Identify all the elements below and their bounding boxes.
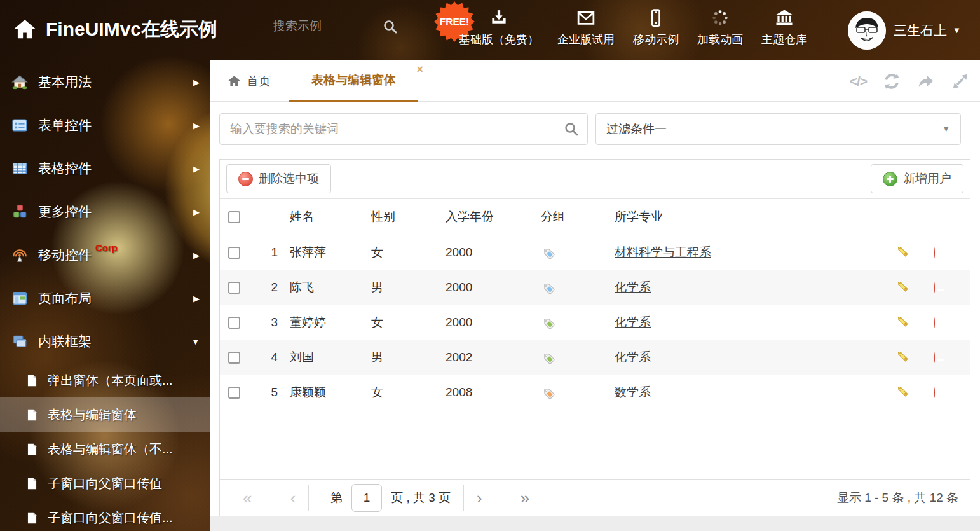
delete-row-button[interactable]	[934, 248, 935, 258]
pagination-divider	[308, 485, 309, 511]
edit-row-button[interactable]	[895, 279, 910, 296]
sidebar-item-label: 内联框架	[38, 333, 92, 350]
code-icon[interactable]: </>	[850, 74, 867, 89]
row-checkbox[interactable]	[228, 317, 240, 329]
forward-icon[interactable]	[916, 72, 936, 91]
sidebar-item-page-layout[interactable]: 页面布局 ▶	[0, 277, 210, 320]
filter-condition-dropdown[interactable]: 过滤条件一 ▼	[595, 113, 961, 145]
brand-home-icon[interactable]	[13, 17, 37, 41]
table-row: 4 刘国 男 2002 化学系	[220, 340, 970, 375]
select-all-checkbox[interactable]	[228, 211, 240, 223]
sidebar-subitem-child-to-parent[interactable]: 子窗口向父窗口传值	[0, 466, 210, 500]
sidebar-menu: 基本用法 ▶ 表单控件 ▶ 表格控件 ▶ 更多控件 ▶ 移动控件 Corp ▶ …	[0, 60, 210, 531]
sidebar-item-inline-frame[interactable]: 内联框架 ▼	[0, 320, 210, 363]
form-icon	[11, 117, 28, 134]
col-gender: 性别	[369, 209, 442, 225]
page-prefix-label: 第	[330, 490, 343, 506]
edit-row-button[interactable]	[895, 384, 910, 401]
row-checkbox[interactable]	[228, 282, 240, 294]
row-checkbox[interactable]	[228, 247, 240, 259]
sidebar-subitem-grid-edit-window-2[interactable]: 表格与编辑窗体（不...	[0, 432, 210, 466]
user-menu[interactable]: 三生石上 ▼	[848, 0, 961, 60]
keyword-search-input[interactable]	[230, 114, 554, 144]
tab-close-icon[interactable]: ×	[416, 64, 423, 75]
main-content: 首页 表格与编辑窗体 × </> 过滤条件一 ▼ 删除选中项	[210, 60, 980, 531]
delete-row-button[interactable]	[934, 353, 935, 362]
minus-circle-icon	[934, 317, 935, 328]
sidebar-item-form-controls[interactable]: 表单控件 ▶	[0, 104, 210, 147]
refresh-icon[interactable]	[882, 72, 901, 91]
sidebar-item-basic-usage[interactable]: 基本用法 ▶	[0, 60, 210, 104]
nav-mobile-demo[interactable]: 移动示例	[633, 8, 679, 47]
next-page-button[interactable]: ›	[477, 490, 482, 506]
sidebar-item-label: 表单控件	[38, 116, 92, 134]
user-avatar	[848, 11, 886, 50]
prev-page-button[interactable]: ‹	[290, 490, 296, 506]
header-nav: 基础版（免费） 企业版试用 移动示例 加载动画 主题仓库	[459, 8, 807, 47]
cell-gender: 女	[369, 384, 442, 401]
nav-label: 企业版试用	[557, 32, 615, 47]
header-search-input[interactable]	[273, 19, 369, 33]
sidebar-subitem-child-to-parent-2[interactable]: 子窗口向父窗口传值...	[0, 500, 210, 531]
row-index: 2	[248, 280, 287, 294]
nav-label: 加载动画	[697, 32, 743, 47]
cell-gender: 女	[369, 244, 442, 261]
nav-loading-animation[interactable]: 加载动画	[697, 8, 743, 47]
house-icon	[11, 74, 28, 90]
cell-year: 2000	[442, 315, 538, 329]
add-user-button[interactable]: 新增用户	[871, 164, 963, 193]
sidebar-subitem-label: 表格与编辑窗体	[48, 406, 137, 424]
mobile-signal-icon	[11, 247, 28, 263]
nav-theme-store[interactable]: 主题仓库	[761, 8, 807, 47]
cell-name: 董婷婷	[287, 314, 369, 331]
row-checkbox[interactable]	[228, 387, 240, 399]
delete-row-button[interactable]	[934, 388, 935, 397]
button-label: 删除选中项	[259, 170, 319, 187]
record-summary: 显示 1 - 5 条 , 共 12 条	[837, 490, 958, 506]
row-index: 1	[248, 245, 287, 259]
nav-label: 基础版（免费）	[459, 32, 539, 47]
file-icon	[25, 511, 39, 525]
delete-row-button[interactable]	[934, 283, 935, 293]
caret-down-icon: ▼	[942, 114, 950, 144]
first-page-button[interactable]: «	[243, 490, 252, 506]
sidebar-item-grid-controls[interactable]: 表格控件 ▶	[0, 147, 210, 190]
top-header: FineUIMvc在线示例 FREE! 基础版（免费） 企业版试用 移动示例 加…	[0, 0, 980, 60]
delete-row-button[interactable]	[934, 318, 935, 328]
user-caret-down-icon: ▼	[953, 25, 961, 35]
table-icon	[11, 160, 28, 177]
file-icon	[25, 443, 39, 456]
last-page-button[interactable]: »	[521, 490, 529, 506]
pencil-icon	[895, 384, 910, 399]
sidebar-item-mobile-controls[interactable]: 移动控件 Corp ▶	[0, 233, 210, 277]
delete-selected-button[interactable]: 删除选中项	[226, 164, 331, 193]
nav-basic-edition[interactable]: 基础版（免费）	[459, 8, 539, 47]
tag-icon	[541, 245, 555, 260]
tab-grid-edit-window[interactable]: 表格与编辑窗体 ×	[289, 60, 418, 102]
sidebar-item-label: 基本用法	[38, 73, 92, 91]
expand-icon[interactable]	[951, 72, 970, 91]
sidebar-subitem-grid-edit-window[interactable]: 表格与编辑窗体	[0, 397, 210, 432]
row-checkbox[interactable]	[228, 352, 240, 364]
major-link[interactable]: 化学系	[615, 350, 651, 364]
cell-gender: 女	[369, 314, 442, 331]
app-title: FineUIMvc在线示例	[46, 17, 217, 43]
header-search-icon[interactable]	[383, 19, 398, 34]
major-link[interactable]: 数学系	[615, 385, 651, 399]
edit-row-button[interactable]	[895, 314, 910, 331]
tab-home[interactable]: 首页	[228, 60, 271, 102]
search-icon[interactable]	[564, 121, 579, 137]
nav-enterprise-trial[interactable]: 企业版试用	[557, 8, 615, 47]
sidebar-item-more-controls[interactable]: 更多控件 ▶	[0, 190, 210, 233]
file-icon	[25, 408, 39, 422]
sidebar-subitem-popup-window[interactable]: 弹出窗体（本页面或...	[0, 363, 210, 397]
cell-year: 2000	[442, 245, 538, 259]
edit-row-button[interactable]	[895, 349, 910, 366]
spinner-icon	[711, 8, 730, 27]
major-link[interactable]: 化学系	[615, 315, 651, 329]
page-number-input[interactable]	[351, 484, 382, 512]
edit-row-button[interactable]	[895, 244, 910, 261]
major-link[interactable]: 材料科学与工程系	[615, 245, 711, 259]
pencil-icon	[895, 244, 910, 259]
major-link[interactable]: 化学系	[615, 280, 651, 294]
